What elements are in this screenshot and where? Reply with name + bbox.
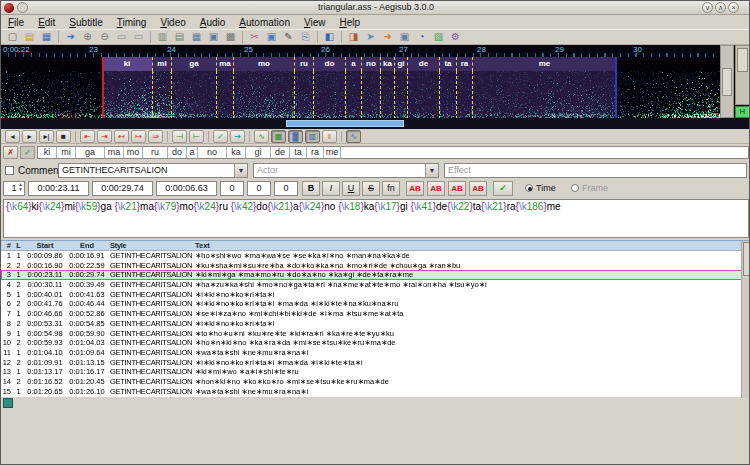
subtitle-row-10[interactable]: 1020:00:59.930:01:04.03GETINTHECARITSALI… <box>1 338 750 348</box>
spectrum-toggle[interactable]: ▥ <box>305 130 320 143</box>
menu-video[interactable]: Video <box>153 17 192 28</box>
menu-audio[interactable]: Audio <box>193 17 233 28</box>
subtitle-row-13[interactable]: 1310:01:13.170:01:16.17GETINTHECARITSALI… <box>1 367 750 377</box>
menu-subtitle[interactable]: Subtitle <box>62 17 109 28</box>
stop-button[interactable]: ■ <box>56 130 71 143</box>
copy-icon[interactable]: ⎘ <box>298 30 313 44</box>
properties-icon[interactable]: ▭ <box>114 30 129 44</box>
karaoke-syllable-field[interactable]: kimigamamorudoanokagidetarame <box>37 146 749 159</box>
play-last-500ms-button[interactable]: ↦ <box>131 130 146 143</box>
syllable-label[interactable]: a <box>345 57 361 71</box>
prev-line-button[interactable]: ◂ <box>5 130 20 143</box>
lead-in-button[interactable]: ⊣ <box>172 130 187 143</box>
play-button[interactable]: ▸ <box>22 130 37 143</box>
auto-next-toggle[interactable]: ▓ <box>288 130 303 143</box>
layer-spinner[interactable]: 1 ▲▼ <box>3 181 25 196</box>
zoom-in-icon[interactable]: ⊕ <box>80 30 95 44</box>
karaoke-syllable[interactable]: ta <box>290 147 307 158</box>
subtitle-row-3[interactable]: 310:00:23.110:00:29.74GETINTHECARITSALIO… <box>1 270 750 280</box>
subtitle-row-12[interactable]: 1220:01:09.910:01:13.15GETINTHECARITSALI… <box>1 358 750 368</box>
comment-checkbox[interactable] <box>5 166 14 175</box>
syllable-label[interactable]: de <box>407 57 439 71</box>
menu-view[interactable]: View <box>297 17 333 28</box>
automation-icon[interactable]: ◧ <box>322 30 337 44</box>
font-button[interactable]: fn <box>382 181 400 196</box>
style-select[interactable]: GETINTHECARITSALION▼ <box>58 163 248 178</box>
syllable-label[interactable]: ga <box>171 57 216 71</box>
zoom-out-icon[interactable]: ⊖ <box>97 30 112 44</box>
save-file-icon[interactable]: ▦ <box>39 30 54 44</box>
vertical-zoom-toggle[interactable]: ‖ <box>322 130 337 143</box>
subtitle-row-9[interactable]: 910:00:54.980:00:59.90GETINTHECARITSALIO… <box>1 329 750 339</box>
volume-slider[interactable] <box>735 45 750 105</box>
karaoke-syllable[interactable]: de <box>271 147 290 158</box>
grid-scrollbar[interactable] <box>741 241 750 398</box>
new-file-icon[interactable]: ▢ <box>5 30 20 44</box>
bold-button[interactable]: B <box>302 181 320 196</box>
vertical-zoom-slider[interactable] <box>720 45 734 118</box>
edit-icon[interactable]: ✎ <box>281 30 296 44</box>
end-time-input[interactable]: 0:00:29.74 <box>92 181 153 196</box>
audio-scrollbar-thumb[interactable] <box>286 120 404 127</box>
fonts-icon[interactable]: ▣ <box>206 30 221 44</box>
syllable-label[interactable]: ki <box>102 57 152 71</box>
selection-end-line[interactable] <box>615 57 617 118</box>
styling-assistant-icon[interactable]: ➤ <box>363 30 378 44</box>
subtitle-text-editor[interactable]: {\k64}ki{\k24}mi{\k59}ga {\k21}ma{\k79}m… <box>3 199 749 238</box>
selection-start-line[interactable] <box>102 57 104 118</box>
karaoke-accept-button[interactable]: ✓ <box>20 146 35 159</box>
primary-color-button[interactable]: AB <box>406 181 424 196</box>
time-radio[interactable]: Time <box>525 181 556 196</box>
spellcheck-icon[interactable]: ✂ <box>247 30 262 44</box>
menu-help[interactable]: Help <box>332 17 367 28</box>
title-bar[interactable]: triangular.ass - Aegisub 3.0.0 ∨∧× <box>1 1 750 15</box>
subtitle-row-7[interactable]: 710:00:46.660:00:52.86GETINTHECARITSALIO… <box>1 309 750 319</box>
subtitle-row-8[interactable]: 820:00:53.310:00:54.85GETINTHECARITSALIO… <box>1 319 750 329</box>
lead-out-button[interactable]: ⊢ <box>189 130 204 143</box>
chevron-down-icon[interactable]: ▼ <box>425 164 438 177</box>
commit-button[interactable]: ✓ <box>493 181 513 196</box>
syllable-label[interactable]: mo <box>233 57 294 71</box>
syllable-label[interactable]: no <box>361 57 380 71</box>
karaoke-syllable[interactable]: ki <box>38 147 57 158</box>
karaoke-syllable[interactable]: gi <box>246 147 271 158</box>
strikeout-button[interactable]: S <box>362 181 380 196</box>
minimize-button[interactable]: ∧ <box>715 2 726 13</box>
karaoke-mode-toggle[interactable]: ∿ <box>346 130 361 143</box>
auto-scroll-toggle[interactable]: ∿ <box>254 130 269 143</box>
play-after-button[interactable]: ⇥ <box>97 130 112 143</box>
secondary-color-button[interactable]: AB <box>427 181 445 196</box>
margin-left-input[interactable]: 0 <box>220 181 244 196</box>
karaoke-syllable[interactable]: a <box>187 147 198 158</box>
chevron-down-icon[interactable]: ▼ <box>234 164 247 177</box>
syllable-label[interactable]: ru <box>294 57 313 71</box>
subtitle-row-4[interactable]: 420:00:30.110:00:39.49GETINTHECARITSALIO… <box>1 280 750 290</box>
commit-button[interactable]: ✓ <box>213 130 228 143</box>
syllable-label[interactable]: ma <box>216 57 233 71</box>
syllable-label[interactable]: ka <box>380 57 394 71</box>
grid-header[interactable]: #LStartEndStyleText <box>1 241 750 251</box>
select-lines-icon[interactable]: ▩ <box>223 30 238 44</box>
karaoke-syllable[interactable]: ka <box>227 147 246 158</box>
karaoke-syllable[interactable]: no <box>198 147 227 158</box>
menu-edit[interactable]: Edit <box>31 17 62 28</box>
syllable-label[interactable]: ta <box>439 57 456 71</box>
attachments-icon[interactable]: ▭ <box>131 30 146 44</box>
options-icon[interactable]: ⚙ <box>448 30 463 44</box>
menu-file[interactable]: File <box>1 17 31 28</box>
audio-scrollbar[interactable] <box>1 118 750 129</box>
volume-thumb[interactable] <box>737 48 748 72</box>
auto-commit-toggle[interactable]: ▦ <box>271 130 286 143</box>
subtitle-row-6[interactable]: 620:00:41.760:00:46.44GETINTHECARITSALIO… <box>1 299 750 309</box>
shift-times-icon[interactable]: ◨ <box>346 30 361 44</box>
jump-to-icon[interactable]: ➜ <box>63 30 78 44</box>
translation-assistant-icon[interactable]: ➜ <box>380 30 395 44</box>
karaoke-cancel-button[interactable]: ✗ <box>3 146 18 159</box>
grid-header-style[interactable]: Style <box>108 241 192 250</box>
kanji-timer-icon[interactable]: ▨ <box>431 30 446 44</box>
grid-header-text[interactable]: Text <box>192 241 750 250</box>
close-button[interactable]: × <box>728 2 739 13</box>
attach-icon[interactable]: ▦ <box>189 30 204 44</box>
audio-spectrogram[interactable] <box>1 71 720 118</box>
play-selection-button[interactable]: ▸| <box>39 130 54 143</box>
